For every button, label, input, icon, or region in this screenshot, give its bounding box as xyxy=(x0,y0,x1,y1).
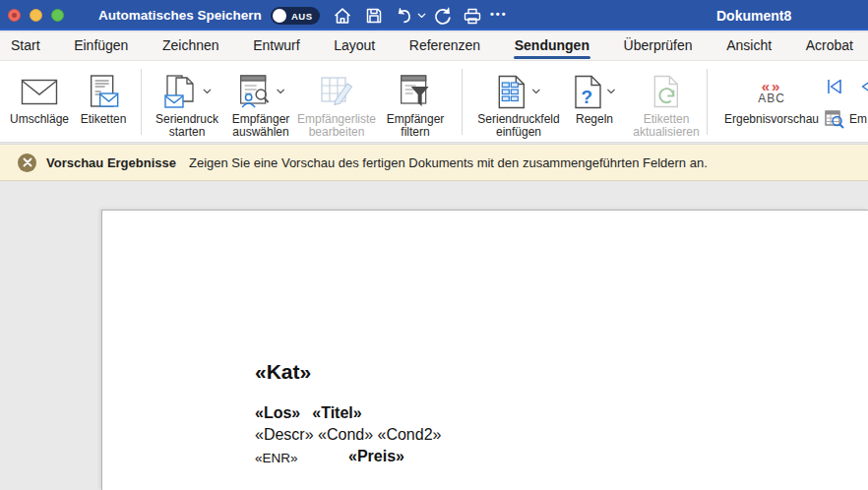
undo-dropdown-chevron-icon[interactable] xyxy=(417,13,426,19)
group-divider xyxy=(141,69,142,135)
previous-record-icon[interactable] xyxy=(858,77,868,96)
find-recipient-icon xyxy=(825,109,844,129)
first-record-icon[interactable] xyxy=(825,77,844,96)
svg-text:?: ? xyxy=(582,87,593,107)
merge-field-enr[interactable]: «ENR» xyxy=(255,451,298,465)
dropdown-chevron-icon xyxy=(276,89,284,94)
redo-icon[interactable] xyxy=(433,6,453,26)
group-divider xyxy=(707,69,708,135)
start-mail-merge-button[interactable]: Seriendruck starten xyxy=(155,70,218,139)
close-notification-icon[interactable] xyxy=(18,153,36,172)
update-labels-button: Etiketten aktualisieren xyxy=(633,70,699,139)
ribbon-tab-bar: Start Einfügen Zeichnen Entwurf Layout R… xyxy=(0,32,868,61)
merge-field-kat[interactable]: «Kat» xyxy=(255,360,311,384)
notification-message: Zeigen Sie eine Vorschau des fertigen Do… xyxy=(189,155,708,170)
merge-field-row-2[interactable]: «Descr» «Cond» «Cond2» xyxy=(255,426,441,444)
close-window-button[interactable] xyxy=(8,9,21,22)
print-icon[interactable] xyxy=(463,6,482,26)
rules-button[interactable]: ? Regeln xyxy=(574,70,616,126)
document-workspace: «Kat» «Los»«Titel» «Descr» «Cond» «Cond2… xyxy=(0,182,868,490)
envelope-icon xyxy=(21,79,58,105)
tab-einfuegen[interactable]: Einfügen xyxy=(73,32,129,60)
dropdown-chevron-icon xyxy=(531,89,540,94)
mail-merge-icon xyxy=(163,74,199,109)
record-navigation: Em xyxy=(825,70,868,129)
autosave-label: Automatisches Speichern xyxy=(98,8,262,23)
save-icon[interactable] xyxy=(364,6,384,26)
update-labels-icon xyxy=(651,75,682,109)
minimize-window-button[interactable] xyxy=(30,9,42,22)
dropdown-chevron-icon xyxy=(607,89,616,94)
autosave-toggle[interactable]: AUS xyxy=(271,7,320,25)
tab-sendungen[interactable]: Sendungen xyxy=(514,32,590,60)
group-divider xyxy=(462,69,463,135)
filter-recipients-button[interactable]: Empfänger filtern xyxy=(387,70,445,139)
more-commands-icon[interactable]: ••• xyxy=(490,8,508,20)
autosave-state-label: AUS xyxy=(291,11,313,22)
edit-list-icon xyxy=(319,75,354,108)
preview-results-icon: «» ABC xyxy=(758,80,785,104)
preview-results-notification: Vorschau Ergebnisse Zeigen Sie eine Vors… xyxy=(0,144,868,181)
dropdown-chevron-icon xyxy=(203,89,212,94)
home-icon[interactable] xyxy=(333,6,352,26)
tab-acrobat[interactable]: Acrobat xyxy=(805,32,854,60)
merge-field-los[interactable]: «Los» xyxy=(255,404,300,421)
filter-icon xyxy=(399,75,432,109)
notification-title: Vorschau Ergebnisse xyxy=(46,155,176,170)
labels-button[interactable]: Etiketten xyxy=(81,70,127,126)
zoom-window-button[interactable] xyxy=(51,9,64,22)
merge-field-row-1[interactable]: «Los»«Titel» xyxy=(255,404,362,422)
preview-results-button[interactable]: «» ABC Ergebnisvorschau xyxy=(724,70,819,126)
window-title: Dokument8 xyxy=(716,8,791,24)
tab-ueberpruefen[interactable]: Überprüfen xyxy=(623,32,694,60)
tab-entwurf[interactable]: Entwurf xyxy=(252,32,300,60)
undo-icon[interactable] xyxy=(395,6,414,26)
merge-field-preis[interactable]: «Preis» xyxy=(348,448,404,465)
envelopes-button[interactable]: Umschläge xyxy=(10,70,69,126)
toggle-knob xyxy=(273,9,286,23)
select-recipients-button[interactable]: Empfänger auswählen xyxy=(232,70,290,139)
ribbon: Umschläge Etiketten xyxy=(0,61,868,143)
document-page[interactable]: «Kat» «Los»«Titel» «Descr» «Cond» «Cond2… xyxy=(101,210,868,490)
titlebar: Automatisches Speichern AUS ••• Dokume xyxy=(0,0,868,31)
tab-ansicht[interactable]: Ansicht xyxy=(725,32,773,60)
insert-merge-field-button[interactable]: Seriendruckfeld einfügen xyxy=(477,70,559,139)
merge-field-icon xyxy=(496,75,527,109)
labels-icon xyxy=(86,75,121,109)
recipients-list-icon xyxy=(236,75,272,109)
tab-start[interactable]: Start xyxy=(10,32,41,60)
tab-referenzen[interactable]: Referenzen xyxy=(408,32,481,60)
tab-zeichnen[interactable]: Zeichnen xyxy=(161,32,220,60)
tab-layout[interactable]: Layout xyxy=(333,32,376,60)
rules-icon: ? xyxy=(574,75,603,109)
merge-field-titel[interactable]: «Titel» xyxy=(312,404,361,421)
find-recipient-button[interactable]: Em xyxy=(825,109,868,129)
edit-recipient-list-button: Empfängerliste bearbeiten xyxy=(297,70,376,139)
